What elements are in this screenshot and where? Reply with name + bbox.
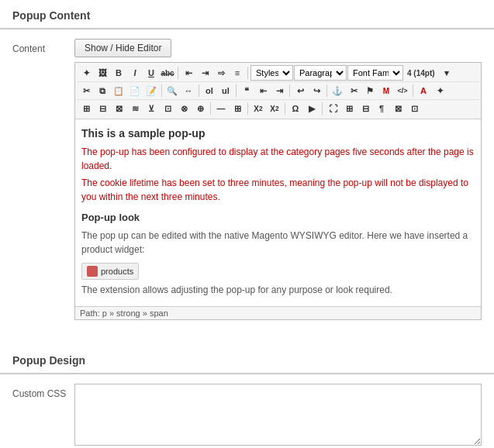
popup-design-section: Popup Design Custom CSS Insert custom CS… [0, 345, 494, 448]
custom-css-label: Custom CSS [12, 384, 74, 399]
toolbar-sep-1 [178, 67, 178, 79]
tb-fullscreen-btn[interactable]: ⛶ [325, 101, 340, 116]
custom-css-field-row: Custom CSS Insert custom CSS to change p… [12, 384, 482, 448]
toolbar-sep-4 [199, 84, 199, 97]
tb-code-btn[interactable]: ⊞ [341, 101, 357, 116]
tb-underline-btn[interactable]: U [143, 65, 159, 81]
tb-hr-btn[interactable]: — [213, 101, 229, 116]
toolbar-row-3: ⊞ ⊟ ⊠ ≋ ⊻ ⊡ ⊗ ⊕ — ⊞ X2 [77, 99, 479, 117]
tb-ul-btn[interactable]: ul [218, 83, 233, 98]
tb-undo-btn[interactable]: ↩ [292, 83, 308, 98]
tb-outdent-btn[interactable]: ⇤ [255, 83, 271, 98]
tb-r1-btn[interactable]: ⊞ [78, 101, 94, 116]
tb-strike-btn[interactable]: abc [160, 65, 175, 81]
tb-extra1-btn[interactable]: ⊠ [390, 101, 406, 116]
tb-ol-btn[interactable]: ol [202, 83, 217, 98]
toolbar-sep-6 [289, 84, 290, 97]
editor-para-3: The pop up can be edited with the native… [81, 229, 475, 257]
tb-r8-btn[interactable]: ⊕ [192, 101, 208, 116]
toolbar-sep-3 [161, 84, 162, 97]
custom-css-textarea[interactable] [74, 384, 482, 446]
toolbar-sep-5 [236, 84, 237, 97]
tb-blockquote-btn[interactable]: ❝ [239, 83, 254, 98]
tb-italic-btn[interactable]: I [127, 65, 143, 81]
tb-r5-btn[interactable]: ⊻ [143, 101, 159, 116]
tb-cut-btn[interactable]: ✂ [78, 83, 94, 98]
tb-font-size-btn[interactable]: 4 (14pt) [404, 65, 438, 81]
wysiwyg-editor[interactable]: ✦ 🖼 B I U abc ⇤ ⇥ ⇨ ≡ [74, 62, 482, 320]
tb-table-btn[interactable]: ⊞ [230, 101, 245, 116]
editor-heading-2: Pop-up look [81, 210, 475, 226]
tb-replace-btn[interactable]: ↔ [181, 83, 196, 98]
tb-paste-word-btn[interactable]: 📝 [143, 83, 159, 98]
editor-path-bar: Path: p » strong » span [75, 306, 481, 319]
tb-paste-btn[interactable]: 📋 [111, 83, 126, 98]
tb-extra2-btn[interactable]: ⊡ [406, 101, 422, 116]
tb-html-btn[interactable]: </> [395, 83, 410, 98]
toolbar-sep-8 [413, 84, 413, 97]
product-widget-icon [87, 266, 98, 277]
tb-font-size-down-btn[interactable]: ▾ [439, 65, 454, 81]
editor-para-1: The pop-up has been configured to displa… [81, 145, 475, 173]
toolbar-sep-12 [322, 102, 323, 115]
product-widget-label: products [101, 265, 133, 278]
tb-image-btn[interactable]: 🖼 [95, 65, 110, 81]
editor-para-4: The extension allows adjusting the pop-u… [81, 283, 475, 297]
editor-content-area[interactable]: This is a sample pop-up The pop-up has b… [75, 119, 481, 306]
custom-css-field-content: Insert custom CSS to change popup design… [74, 384, 482, 448]
popup-content-title: Popup Content [0, 0, 494, 29]
tb-paste-text-btn[interactable]: 📄 [127, 83, 143, 98]
toolbar-sep-9 [210, 102, 211, 115]
popup-design-title: Popup Design [0, 345, 494, 374]
tb-r4-btn[interactable]: ≋ [127, 101, 143, 116]
tb-anchor-btn[interactable]: ⚑ [362, 83, 378, 98]
tb-sup-btn[interactable]: X2 [267, 101, 282, 116]
toolbar-sep-7 [326, 84, 327, 97]
tb-r3-btn[interactable]: ⊠ [111, 101, 126, 116]
tb-formatting-btn[interactable]: ¶ [374, 101, 389, 116]
editor-para-2: The cookie lifetime has been set to thre… [81, 176, 475, 204]
content-label: Content [12, 39, 74, 54]
editor-field-content: Show / Hide Editor ✦ 🖼 B I U abc ⇤ [74, 39, 482, 320]
tb-sub-btn[interactable]: X2 [250, 101, 266, 116]
format-select[interactable]: Paragraph [294, 65, 347, 81]
tb-link-btn[interactable]: ⚓ [330, 83, 345, 98]
tb-align-left-btn[interactable]: ⇤ [181, 65, 196, 81]
tb-media-btn[interactable]: ▶ [304, 101, 320, 116]
editor-toolbar: ✦ 🖼 B I U abc ⇤ ⇥ ⇨ ≡ [75, 63, 481, 119]
tb-align-justify-btn[interactable]: ≡ [230, 65, 245, 81]
tb-r2-btn[interactable]: ⊟ [95, 101, 110, 116]
toolbar-row-1: ✦ 🖼 B I U abc ⇤ ⇥ ⇨ ≡ [77, 64, 479, 81]
popup-content-section: Popup Content Content Show / Hide Editor… [0, 0, 494, 337]
product-widget: products [81, 263, 139, 281]
tb-search-btn[interactable]: 🔍 [164, 83, 180, 98]
tb-show-blocks-btn[interactable]: ⊟ [358, 101, 373, 116]
show-hide-editor-button[interactable]: Show / Hide Editor [74, 39, 171, 57]
tb-source-btn[interactable]: ✦ [78, 65, 94, 81]
font-select[interactable]: Font Family [347, 65, 403, 81]
tb-align-center-btn[interactable]: ⇥ [197, 65, 212, 81]
tb-copy-btn[interactable]: ⧉ [95, 83, 110, 98]
tb-special-btn[interactable]: Ω [288, 101, 303, 116]
content-field-row: Content Show / Hide Editor ✦ 🖼 B I U abc [12, 39, 482, 320]
toolbar-sep-10 [247, 102, 248, 115]
tb-bgcolor-btn[interactable]: ✦ [432, 83, 447, 98]
toolbar-sep-11 [285, 102, 285, 115]
tb-indent-btn[interactable]: ⇥ [271, 83, 287, 98]
tb-r6-btn[interactable]: ⊡ [160, 101, 175, 116]
tb-r7-btn[interactable]: ⊗ [176, 101, 192, 116]
tb-unlink-btn[interactable]: ✂ [346, 83, 361, 98]
tb-color-btn[interactable]: A [416, 83, 431, 98]
styles-select[interactable]: Styles [250, 65, 293, 81]
tb-magento-btn[interactable]: M [378, 83, 394, 98]
toolbar-row-2: ✂ ⧉ 📋 📄 📝 🔍 ↔ ol ul ❝ [77, 81, 479, 99]
toolbar-sep-2 [247, 67, 248, 79]
tb-align-right-btn[interactable]: ⇨ [213, 65, 229, 81]
tb-redo-btn[interactable]: ↪ [309, 83, 324, 98]
tb-bold-btn[interactable]: B [111, 65, 126, 81]
editor-heading-1: This is a sample pop-up [81, 126, 475, 142]
